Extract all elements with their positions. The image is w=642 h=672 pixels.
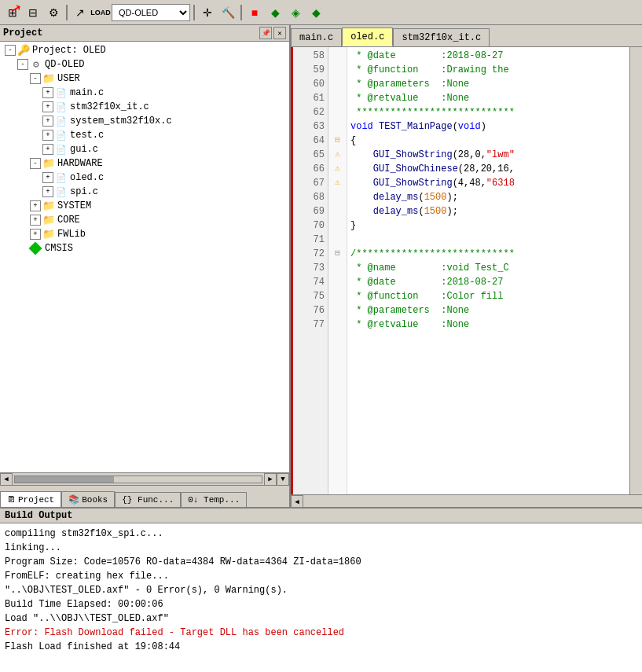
code-scrollbar[interactable] bbox=[629, 47, 642, 494]
ln-63: 63 bbox=[293, 119, 328, 134]
build-text: compiling stm32f10x_spi.c... linking... … bbox=[0, 523, 642, 657]
user-expander[interactable]: - bbox=[30, 73, 41, 84]
oled-c-expander[interactable]: + bbox=[42, 172, 53, 183]
tab-temp[interactable]: 0↓ Temp... bbox=[181, 492, 247, 507]
hardware-expander[interactable]: - bbox=[30, 158, 41, 169]
editor-tab-main-c[interactable]: main.c bbox=[291, 28, 342, 46]
ln-69: 69 bbox=[293, 204, 328, 218]
editor-tab-oled-c[interactable]: oled.c bbox=[342, 28, 393, 46]
tab-books-label: Books bbox=[82, 495, 108, 505]
tree-system-folder[interactable]: + 📁 SYSTEM bbox=[2, 199, 288, 213]
ln-65: 65 bbox=[293, 148, 328, 162]
user-folder-label: USER bbox=[57, 73, 80, 84]
test-c-expander[interactable]: + bbox=[42, 130, 53, 141]
code-scroll-track[interactable] bbox=[303, 495, 642, 507]
build-line-9: Flash Load finished at 19:08:44 bbox=[5, 640, 637, 654]
oled-c-label: oled.c bbox=[70, 172, 104, 183]
gui-c-label: gui.c bbox=[70, 144, 98, 155]
tree-stm32-it[interactable]: + 📄 stm32f10x_it.c bbox=[2, 100, 288, 114]
editor-tabs: main.c oled.c stm32f10x_it.c bbox=[291, 25, 642, 47]
test-c-label: test.c bbox=[70, 130, 104, 141]
wm-66: ⚠ bbox=[328, 160, 347, 174]
code-line-61: * @retvalue :None bbox=[350, 91, 626, 105]
root-expander[interactable]: - bbox=[5, 45, 16, 56]
test-c-icon: 📄 bbox=[55, 129, 68, 141]
tree-gui-c[interactable]: + 📄 gui.c bbox=[2, 142, 288, 156]
editor-tab-stm32-it[interactable]: stm32f10x_it.c bbox=[393, 28, 490, 46]
spi-c-expander[interactable]: + bbox=[42, 186, 53, 197]
system-folder-expander[interactable]: + bbox=[30, 200, 41, 211]
spi-c-icon: 📄 bbox=[55, 185, 68, 198]
toolbar-btn-arrow[interactable]: ↗ bbox=[71, 3, 90, 22]
tree-core-folder[interactable]: + 📁 CORE bbox=[2, 213, 288, 227]
toolbar-btn-build[interactable]: 🔨 bbox=[218, 3, 237, 22]
wm-76 bbox=[328, 302, 347, 316]
fwlib-expander[interactable]: + bbox=[30, 229, 41, 240]
tree-oled-c[interactable]: + 📄 oled.c bbox=[2, 171, 288, 185]
tab-func[interactable]: {} Func... bbox=[115, 492, 181, 507]
code-line-76: * @parameters :None bbox=[350, 303, 626, 318]
toolbar-btn-flash1[interactable]: ◆ bbox=[266, 3, 284, 22]
code-line-65: GUI_ShowString(28,0,"lwm" bbox=[350, 148, 626, 162]
code-line-64: { bbox=[350, 134, 626, 148]
stm32-it-icon: 📄 bbox=[55, 101, 68, 113]
core-label: CORE bbox=[57, 215, 80, 226]
ln-70: 70 bbox=[293, 218, 328, 233]
project-tabs: 🖹 Project 📚 Books {} Func... 0↓ Temp... bbox=[0, 485, 289, 507]
tree-user-folder[interactable]: - 📁 USER bbox=[2, 72, 288, 86]
tree-system-stm32[interactable]: + 📄 system_stm32f10x.c bbox=[2, 114, 288, 128]
build-header: Build Output bbox=[0, 509, 642, 523]
scroll-track[interactable] bbox=[14, 476, 262, 483]
tree-fwlib-folder[interactable]: + 📁 FWLib bbox=[2, 227, 288, 241]
toolbar-btn-load[interactable]: LOAD bbox=[91, 3, 110, 22]
wm-64: ⊟ bbox=[328, 132, 347, 146]
stm32-it-expander[interactable]: + bbox=[42, 101, 53, 112]
pin-icon[interactable]: 📌 bbox=[259, 27, 272, 39]
code-line-77: * @retvalue :None bbox=[350, 318, 626, 332]
code-panel: main.c oled.c stm32f10x_it.c 58 59 60 61… bbox=[291, 25, 642, 507]
system-expander[interactable]: + bbox=[42, 116, 53, 127]
tree-test-c[interactable]: + 📄 test.c bbox=[2, 128, 288, 142]
toolbar-btn-settings[interactable]: ⚙ bbox=[44, 3, 63, 22]
ln-58: 58 bbox=[293, 49, 328, 63]
scroll-right[interactable]: ▶ bbox=[264, 473, 277, 486]
tab-books-icon: 📚 bbox=[68, 494, 79, 505]
system-label: system_stm32f10x.c bbox=[70, 116, 172, 127]
toolbar-btn-grid2[interactable]: ⊟ bbox=[24, 3, 42, 22]
scroll-down-small[interactable]: ▼ bbox=[277, 473, 289, 486]
qd-oled-label: QD-OLED bbox=[45, 59, 84, 70]
system-folder-icon: 📁 bbox=[42, 200, 55, 212]
scroll-left[interactable]: ◀ bbox=[0, 473, 13, 486]
tree-cmsis[interactable]: CMSIS bbox=[2, 241, 288, 255]
close-panel-icon[interactable]: ✕ bbox=[273, 27, 286, 39]
qd-oled-expander[interactable]: - bbox=[17, 59, 28, 70]
main-container: Project 📌 ✕ - 🔑 Project: OLED - ⚙ QD-OLE… bbox=[0, 25, 642, 507]
toolbar-btn-grid1[interactable]: ⊞ bbox=[3, 3, 22, 22]
ln-75: 75 bbox=[293, 289, 328, 303]
project-dropdown[interactable]: QD-OLED bbox=[112, 4, 190, 21]
core-expander[interactable]: + bbox=[30, 215, 41, 226]
cmsis-label: CMSIS bbox=[45, 243, 73, 254]
main-c-expander[interactable]: + bbox=[42, 87, 53, 98]
editor-tab-stm32-it-label: stm32f10x_it.c bbox=[402, 32, 481, 43]
code-scroll-left[interactable]: ◀ bbox=[291, 495, 303, 508]
toolbar-btn-stop-red[interactable]: ■ bbox=[245, 3, 264, 22]
ln-64: 64 bbox=[293, 134, 328, 148]
build-line-5: "..\OBJ\TEST_OLED.axf" - 0 Error(s), 0 W… bbox=[5, 583, 637, 597]
gui-c-expander[interactable]: + bbox=[42, 144, 53, 155]
tab-project[interactable]: 🖹 Project bbox=[0, 491, 61, 507]
tree-qd-oled[interactable]: - ⚙ QD-OLED bbox=[2, 57, 288, 72]
toolbar-btn-download[interactable]: ◆ bbox=[306, 3, 325, 22]
tree-spi-c[interactable]: + 📄 spi.c bbox=[2, 185, 288, 199]
core-folder-icon: 📁 bbox=[42, 214, 55, 226]
toolbar-btn-cross[interactable]: ✛ bbox=[198, 3, 217, 22]
tab-books[interactable]: 📚 Books bbox=[61, 491, 115, 507]
toolbar-btn-flash2[interactable]: ◈ bbox=[286, 3, 305, 22]
gui-c-icon: 📄 bbox=[55, 143, 68, 156]
build-line-1: compiling stm32f10x_spi.c... bbox=[5, 527, 637, 541]
tree-main-c[interactable]: + 📄 main.c bbox=[2, 86, 288, 100]
code-editor[interactable]: * @date :2018-08-27 * @function :Drawing… bbox=[347, 47, 629, 494]
tree-hardware-folder[interactable]: - 📁 HARDWARE bbox=[2, 156, 288, 171]
wm-71 bbox=[328, 231, 347, 245]
tree-root[interactable]: - 🔑 Project: OLED bbox=[2, 43, 288, 57]
